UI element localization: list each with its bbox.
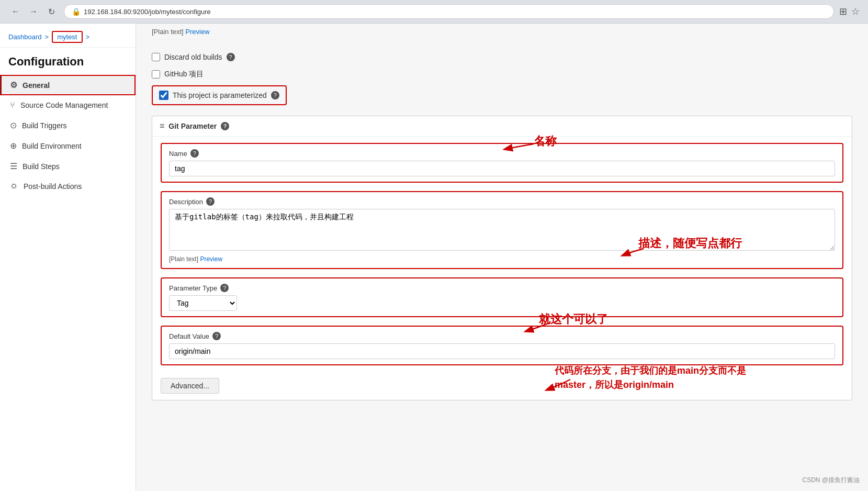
cog-icon: ⛭ (10, 182, 18, 191)
discard-help-icon[interactable]: ? (227, 53, 235, 61)
advanced-button[interactable]: Advanced... (161, 378, 219, 394)
globe-icon: ⊕ (10, 141, 17, 151)
plain-text-label: [Plain text] (152, 28, 184, 36)
name-help-icon[interactable]: ? (190, 149, 199, 158)
inner-preview-link[interactable]: Preview (200, 255, 222, 263)
sidebar-item-build-steps[interactable]: ☰ Build Steps (0, 156, 136, 176)
sidebar-item-label-postbuild: Post-build Actions (24, 182, 82, 191)
parameter-type-help-icon[interactable]: ? (220, 284, 229, 292)
inner-preview-bar: [Plain text] Preview (169, 255, 835, 263)
back-button[interactable]: ← (8, 4, 23, 19)
breadcrumb-sep1: > (45, 33, 49, 41)
default-value-input[interactable] (169, 343, 835, 359)
sidebar-item-build-environment[interactable]: ⊕ Build Environment (0, 136, 136, 156)
description-label-text: Description (169, 198, 203, 206)
git-param-header: ≡ Git Parameter ? (152, 116, 852, 137)
browser-chrome: ← → ↻ 🔒 192.168.184.80:9200/job/mytest/c… (0, 0, 868, 24)
git-param-help-icon[interactable]: ? (221, 122, 229, 130)
parameter-type-select[interactable]: Tag Branch Revision Branch or Tag (169, 295, 237, 311)
discard-old-builds-label: Discard old builds (164, 53, 222, 61)
name-label-text: Name (169, 150, 187, 158)
parameter-type-label: Parameter Type ? (169, 284, 835, 292)
sidebar-item-label-general: General (22, 81, 50, 90)
git-param-title: Git Parameter (168, 122, 217, 130)
address-bar[interactable]: 🔒 192.168.184.80:9200/job/mytest/configu… (64, 4, 834, 19)
sidebar-item-general[interactable]: ⚙ General (0, 75, 136, 95)
breadcrumb-mytest[interactable]: mytest (52, 31, 82, 43)
default-value-label: Default Value ? (169, 332, 835, 340)
description-field-label: Description ? (169, 197, 835, 206)
list-icon: ☰ (10, 161, 17, 171)
discard-old-builds-checkbox[interactable] (152, 53, 160, 61)
shield-icon: 🔒 (72, 7, 81, 16)
content-area: Discard old builds ? GitHub 项目 This proj… (136, 40, 868, 416)
github-project-label: GitHub 项目 (164, 70, 204, 79)
drag-handle-icon[interactable]: ≡ (160, 121, 164, 131)
main-wrapper: [Plain text] Preview Discard old builds … (136, 24, 868, 491)
sidebar-item-label-triggers: Build Triggers (22, 121, 67, 130)
sidebar-title: Configuration (0, 48, 136, 75)
branch-icon: ⑂ (10, 101, 15, 110)
inner-plain-text: [Plain text] (169, 255, 198, 263)
github-project-row: GitHub 项目 (152, 65, 852, 83)
refresh-button[interactable]: ↻ (44, 4, 59, 19)
preview-link-top[interactable]: Preview (185, 28, 209, 36)
watermark: CSDN @摸鱼打酱油 (802, 476, 860, 485)
name-field-label: Name ? (169, 149, 835, 158)
parameterized-section: This project is parameterized ? (152, 85, 287, 105)
git-parameter-block: ≡ Git Parameter ? Name ? (152, 116, 852, 400)
page: Dashboard > mytest > Configuration ⚙ Gen… (0, 24, 868, 491)
parameterized-help-icon[interactable]: ? (271, 91, 279, 99)
parameterized-label: This project is parameterized (173, 91, 267, 99)
description-field-group: Description ? 基于gitlab的标签（tag）来拉取代码，并且构建… (161, 191, 843, 269)
default-value-label-text: Default Value (169, 332, 209, 340)
git-param-body: Name ? Description ? 基于gitlab的标签（tag）来拉取… (152, 137, 852, 400)
top-preview-bar: [Plain text] Preview (136, 24, 868, 40)
sidebar-item-label-source: Source Code Management (20, 101, 108, 109)
gear-icon: ⚙ (10, 80, 17, 90)
sidebar-nav: ⚙ General ⑂ Source Code Management ⊙ Bui… (0, 75, 136, 491)
description-textarea[interactable]: 基于gitlab的标签（tag）来拉取代码，并且构建工程 (169, 209, 835, 251)
sidebar-item-label-steps: Build Steps (22, 162, 60, 171)
breadcrumb-dashboard[interactable]: Dashboard (8, 33, 42, 41)
parameter-type-label-text: Parameter Type (169, 284, 217, 292)
extensions-icon[interactable]: ⊞ (839, 6, 847, 17)
browser-nav: ← → ↻ (8, 4, 59, 19)
breadcrumb-sep2: > (86, 33, 90, 41)
sidebar-item-label-env: Build Environment (22, 142, 82, 150)
name-input[interactable] (169, 161, 835, 176)
forward-button[interactable]: → (26, 4, 41, 19)
github-project-checkbox[interactable] (152, 70, 160, 79)
default-value-field-group: Default Value ? (161, 326, 843, 365)
default-value-help-icon[interactable]: ? (212, 332, 221, 340)
browser-icons: ⊞ ☆ (839, 6, 860, 17)
sidebar-item-source-code[interactable]: ⑂ Source Code Management (0, 95, 136, 115)
discard-old-builds-row: Discard old builds ? (152, 49, 852, 65)
favorites-icon[interactable]: ☆ (851, 6, 860, 17)
parameter-type-field-group: Parameter Type ? Tag Branch Revision Bra… (161, 277, 843, 317)
sidebar-item-build-triggers[interactable]: ⊙ Build Triggers (0, 115, 136, 136)
sidebar-item-post-build[interactable]: ⛭ Post-build Actions (0, 176, 136, 196)
url-text: 192.168.184.80:9200/job/mytest/configure (84, 8, 211, 16)
sidebar: Dashboard > mytest > Configuration ⚙ Gen… (0, 24, 136, 491)
parameterized-checkbox[interactable] (159, 91, 168, 100)
description-help-icon[interactable]: ? (206, 197, 215, 206)
clock-icon: ⊙ (10, 120, 17, 130)
name-field-group: Name ? (161, 143, 843, 183)
breadcrumb: Dashboard > mytest > (0, 24, 136, 48)
